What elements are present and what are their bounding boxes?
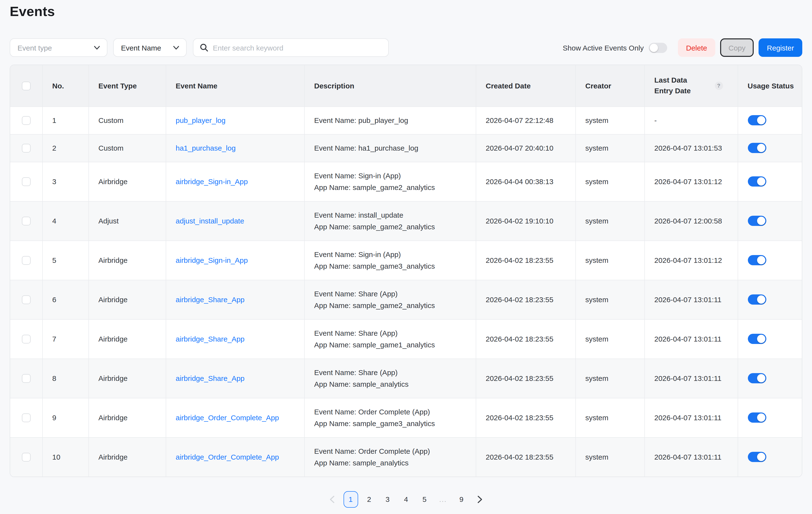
select-all-checkbox[interactable] [22, 82, 31, 90]
table-row: 10 Airbridge airbridge_Order_Complete_Ap… [10, 437, 802, 476]
pagination-next-button[interactable] [472, 491, 487, 508]
pagination-page-9[interactable]: 9 [454, 491, 469, 508]
cell-description: Event Name: Order Complete (App) App Nam… [304, 398, 476, 437]
toggle-knob [757, 116, 765, 124]
cell-description: Event Name: Sign-in (App) App Name: samp… [304, 240, 476, 280]
row-checkbox[interactable] [22, 144, 31, 153]
chevron-right-icon [477, 495, 483, 503]
toggle-knob [757, 374, 765, 382]
event-name-link[interactable]: airbridge_Share_App [176, 295, 245, 304]
cell-event-type: Airbridge [88, 437, 166, 476]
event-type-select[interactable]: Event type [10, 38, 107, 57]
description-app-name: App Name: sample_game1_analytics [314, 339, 471, 351]
column-header-creator: Creator [575, 65, 644, 107]
usage-status-toggle[interactable] [748, 115, 766, 125]
event-name-link[interactable]: airbridge_Order_Complete_App [176, 414, 279, 422]
search-icon [200, 43, 208, 52]
register-button[interactable]: Register [758, 38, 802, 57]
usage-status-toggle[interactable] [748, 143, 766, 153]
cell-no: 8 [42, 359, 88, 398]
pagination-ellipsis: ... [436, 491, 450, 508]
pagination-page-3[interactable]: 3 [380, 491, 395, 508]
table-row: 5 Airbridge airbridge_Sign-in_App Event … [10, 240, 802, 280]
delete-button[interactable]: Delete [678, 38, 716, 57]
event-name-link[interactable]: ha1_purchase_log [176, 144, 236, 152]
description-event-name: Event Name: Order Complete (App) [314, 445, 471, 457]
event-name-link[interactable]: pub_player_log [176, 116, 226, 124]
description-event-name: Event Name: Sign-in (App) [314, 170, 471, 181]
toggle-knob [757, 256, 765, 264]
cell-no: 5 [42, 240, 88, 280]
pagination-page-2[interactable]: 2 [362, 491, 376, 508]
question-mark-icon[interactable]: ? [715, 82, 723, 90]
cell-creator: system [575, 240, 644, 280]
cell-creator: system [575, 398, 644, 437]
active-only-label: Show Active Events Only [563, 43, 644, 52]
cell-no: 10 [42, 437, 88, 476]
page-title: Events [10, 4, 812, 20]
cell-event-type: Custom [88, 107, 166, 134]
toggle-knob [757, 414, 765, 422]
description-event-name: Event Name: Share (App) [314, 288, 471, 300]
row-checkbox[interactable] [22, 116, 31, 125]
row-checkbox[interactable] [22, 295, 31, 304]
cell-description: Event Name: pub_player_log [304, 107, 476, 134]
event-type-placeholder: Event type [18, 43, 52, 52]
cell-last-data-entry-date: 2026-04-07 13:01:53 [644, 134, 738, 162]
usage-status-toggle[interactable] [748, 334, 766, 344]
cell-event-type: Adjust [88, 201, 166, 240]
row-checkbox[interactable] [22, 217, 31, 225]
cell-creator: system [575, 107, 644, 134]
pagination-page-4[interactable]: 4 [399, 491, 413, 508]
pagination-page-5[interactable]: 5 [417, 491, 432, 508]
toggle-knob [757, 217, 765, 225]
event-name-link[interactable]: airbridge_Share_App [176, 335, 245, 343]
cell-event-type: Airbridge [88, 240, 166, 280]
cell-last-data-entry-date: 2026-04-07 13:01:11 [644, 398, 738, 437]
pagination-prev-button[interactable] [325, 491, 340, 508]
event-name-link[interactable]: airbridge_Order_Complete_App [176, 453, 279, 461]
pagination: 12345...9 [0, 491, 812, 508]
row-checkbox[interactable] [22, 335, 31, 343]
table-row: 8 Airbridge airbridge_Share_App Event Na… [10, 359, 802, 398]
usage-status-toggle[interactable] [748, 294, 766, 305]
cell-last-data-entry-date: 2026-04-07 13:01:11 [644, 319, 738, 359]
cell-event-type: Airbridge [88, 319, 166, 359]
event-name-link[interactable]: adjust_install_update [176, 217, 244, 225]
table-row: 7 Airbridge airbridge_Share_App Event Na… [10, 319, 802, 359]
description-event-name: Event Name: ha1_purchase_log [314, 142, 471, 154]
table-row: 9 Airbridge airbridge_Order_Complete_App… [10, 398, 802, 437]
row-checkbox[interactable] [22, 453, 31, 461]
cell-no: 2 [42, 134, 88, 162]
event-name-link[interactable]: airbridge_Sign-in_App [176, 177, 248, 186]
usage-status-toggle[interactable] [748, 373, 766, 383]
search-input[interactable] [213, 43, 382, 52]
cell-creator: system [575, 162, 644, 201]
cell-event-type: Airbridge [88, 162, 166, 201]
usage-status-toggle[interactable] [748, 255, 766, 265]
pagination-page-1[interactable]: 1 [343, 491, 358, 508]
row-checkbox[interactable] [22, 256, 31, 265]
usage-status-toggle[interactable] [748, 216, 766, 226]
toggle-knob [650, 43, 658, 52]
toggle-knob [757, 177, 765, 186]
active-only-toggle[interactable] [649, 42, 667, 53]
table-row: 3 Airbridge airbridge_Sign-in_App Event … [10, 162, 802, 201]
events-page: Events Event type Event Name Show Active… [0, 4, 812, 514]
event-name-link[interactable]: airbridge_Share_App [176, 374, 245, 382]
table-row: 2 Custom ha1_purchase_log Event Name: ha… [10, 134, 802, 162]
description-app-name: App Name: sample_game2_analytics [314, 221, 471, 233]
cell-event-type: Airbridge [88, 398, 166, 437]
row-checkbox[interactable] [22, 374, 31, 383]
usage-status-toggle[interactable] [748, 176, 766, 186]
copy-button[interactable]: Copy [720, 38, 754, 57]
cell-last-data-entry-date: 2026-04-07 13:01:11 [644, 359, 738, 398]
usage-status-toggle[interactable] [748, 413, 766, 423]
usage-status-toggle[interactable] [748, 452, 766, 462]
row-checkbox[interactable] [22, 177, 31, 186]
row-checkbox[interactable] [22, 414, 31, 422]
event-name-link[interactable]: airbridge_Sign-in_App [176, 256, 248, 264]
description-app-name: App Name: sample_analytics [314, 378, 471, 390]
search-field-select[interactable]: Event Name [113, 38, 186, 57]
cell-created-date: 2026-04-02 18:23:55 [476, 437, 575, 476]
